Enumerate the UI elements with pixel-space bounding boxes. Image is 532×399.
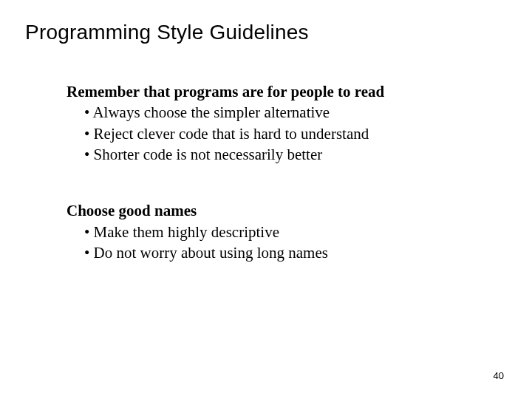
section-heading: Choose good names bbox=[66, 200, 477, 221]
list-item: Reject clever code that is hard to under… bbox=[84, 123, 477, 144]
slide-title: Programming Style Guidelines bbox=[25, 21, 507, 44]
slide-body: Remember that programs are for people to… bbox=[66, 81, 477, 263]
list-item: Make them highly descriptive bbox=[84, 222, 477, 242]
page-number: 40 bbox=[494, 370, 504, 381]
bullet-list: Always choose the simpler alternative Re… bbox=[84, 102, 477, 165]
section-heading: Remember that programs are for people to… bbox=[66, 81, 477, 102]
list-item: Always choose the simpler alternative bbox=[84, 102, 477, 123]
slide: Programming Style Guidelines Remember th… bbox=[0, 0, 532, 399]
spacer bbox=[66, 165, 477, 200]
list-item: Do not worry about using long names bbox=[84, 242, 477, 263]
list-item: Shorter code is not necessarily better bbox=[84, 144, 477, 165]
bullet-list: Make them highly descriptive Do not worr… bbox=[84, 222, 477, 264]
